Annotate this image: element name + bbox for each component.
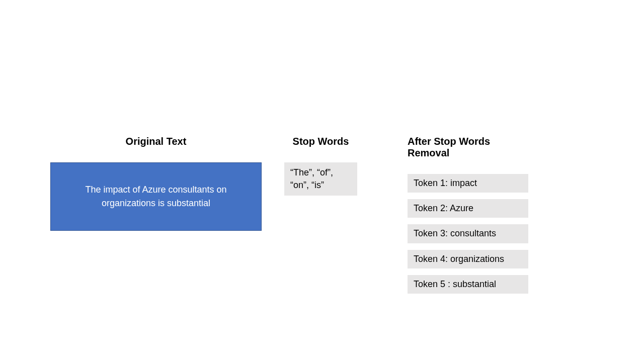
after-removal-heading: After Stop Words Removal (408, 136, 533, 159)
original-text-column: Original Text The impact of Azure consul… (50, 136, 262, 231)
stopwords-box: “The”, “of”, “on”, “is” (284, 162, 357, 196)
after-removal-column: After Stop Words Removal Token 1: impact… (408, 136, 533, 300)
stopwords-heading: Stop Words (284, 136, 357, 147)
original-text-box: The impact of Azure consultants on organ… (50, 162, 262, 231)
original-text-heading: Original Text (50, 136, 262, 147)
token-box-5: Token 5 : substantial (408, 275, 528, 294)
token-box-2: Token 2: Azure (408, 199, 528, 218)
stopwords-column: Stop Words “The”, “of”, “on”, “is” (284, 136, 357, 196)
token-box-1: Token 1: impact (408, 174, 528, 193)
token-box-3: Token 3: consultants (408, 224, 528, 243)
token-box-4: Token 4: organizations (408, 250, 528, 268)
